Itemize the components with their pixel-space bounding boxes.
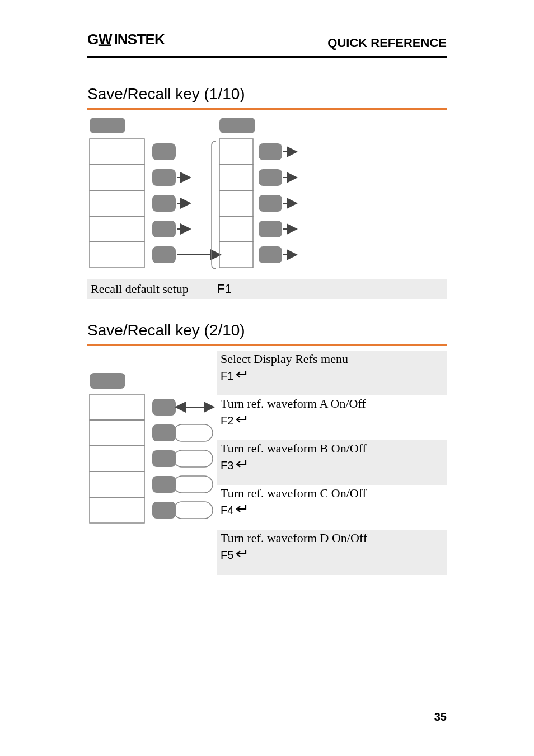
- section2-underline: [87, 344, 447, 346]
- svg-rect-33: [259, 246, 282, 263]
- greybar-1: Recall default setup F1: [87, 279, 447, 299]
- svg-rect-25: [219, 165, 253, 190]
- svg-rect-41: [90, 394, 144, 420]
- svg-rect-52: [152, 476, 176, 493]
- stack-text: Turn ref. waveform A On/Off: [221, 396, 443, 411]
- stack-key: F4: [221, 504, 248, 517]
- svg-rect-54: [152, 502, 176, 519]
- svg-rect-43: [90, 446, 144, 472]
- return-icon: [235, 549, 248, 562]
- key-text: F5: [221, 549, 233, 562]
- svg-rect-12: [152, 221, 176, 237]
- page-number: 35: [434, 711, 447, 724]
- key-label: F1: [217, 279, 232, 299]
- diagram-1: [87, 114, 317, 282]
- svg-rect-2: [99, 44, 111, 46]
- stack-row: Turn ref. waveform D On/Off F5: [217, 530, 447, 575]
- return-icon: [235, 414, 248, 427]
- svg-rect-7: [90, 190, 144, 216]
- svg-rect-46: [152, 399, 176, 416]
- stack-text: Select Display Refs menu: [221, 352, 443, 366]
- svg-rect-32: [259, 221, 282, 237]
- action-label: Recall default setup: [91, 279, 189, 299]
- svg-rect-40: [90, 373, 125, 389]
- section1-title: Save/Recall key (1/10): [87, 85, 245, 103]
- svg-rect-49: [174, 424, 213, 441]
- header-section: QUICK REFERENCE: [327, 36, 447, 50]
- stack-text: Turn ref. waveform B On/Off: [221, 441, 443, 456]
- svg-rect-10: [152, 169, 176, 186]
- stack-row: Select Display Refs menu F1: [217, 351, 447, 395]
- svg-rect-5: [90, 139, 144, 165]
- stack-row: Turn ref. waveform C On/Off F4: [217, 485, 447, 530]
- svg-rect-53: [174, 476, 213, 493]
- svg-rect-4: [90, 118, 125, 133]
- svg-rect-50: [152, 450, 176, 467]
- svg-rect-13: [152, 246, 176, 263]
- svg-rect-44: [90, 472, 144, 497]
- section2-stack: Select Display Refs menu F1 Turn ref. wa…: [217, 351, 447, 575]
- return-icon: [235, 504, 248, 517]
- header-divider: [87, 56, 447, 58]
- key-text: F2: [221, 414, 233, 427]
- section1-underline: [87, 108, 447, 110]
- svg-rect-28: [219, 242, 253, 268]
- svg-rect-24: [219, 139, 253, 165]
- stack-key: F2: [221, 414, 248, 427]
- svg-rect-8: [90, 216, 144, 242]
- svg-rect-31: [259, 195, 282, 212]
- svg-rect-23: [219, 118, 255, 133]
- svg-rect-55: [174, 502, 213, 519]
- section2-title: Save/Recall key (2/10): [87, 321, 245, 339]
- key-text: F1: [221, 370, 233, 382]
- svg-rect-51: [174, 450, 213, 467]
- key-text: F4: [221, 504, 233, 517]
- return-icon: [235, 459, 248, 472]
- svg-rect-39: [152, 143, 176, 160]
- svg-text:INSTEK: INSTEK: [114, 32, 165, 47]
- svg-rect-27: [219, 216, 253, 242]
- stack-key: F1: [221, 370, 248, 382]
- stack-text: Turn ref. waveform D On/Off: [221, 531, 443, 545]
- stack-row: Turn ref. waveform B On/Off F3: [217, 440, 447, 485]
- svg-rect-48: [152, 424, 176, 441]
- svg-rect-11: [152, 195, 176, 212]
- svg-text:G: G: [87, 32, 99, 47]
- stack-text: Turn ref. waveform C On/Off: [221, 486, 443, 501]
- svg-rect-42: [90, 420, 144, 446]
- svg-rect-30: [259, 169, 282, 186]
- stack-row: Turn ref. waveform A On/Off F2: [217, 395, 447, 440]
- return-icon: [235, 370, 248, 382]
- diagram-2: [87, 370, 216, 538]
- svg-rect-29: [259, 143, 282, 160]
- svg-rect-6: [90, 165, 144, 190]
- svg-rect-45: [90, 497, 144, 523]
- stack-key: F5: [221, 549, 248, 562]
- stack-key: F3: [221, 459, 248, 472]
- svg-rect-26: [219, 190, 253, 216]
- svg-rect-9: [90, 242, 144, 268]
- key-text: F3: [221, 459, 233, 472]
